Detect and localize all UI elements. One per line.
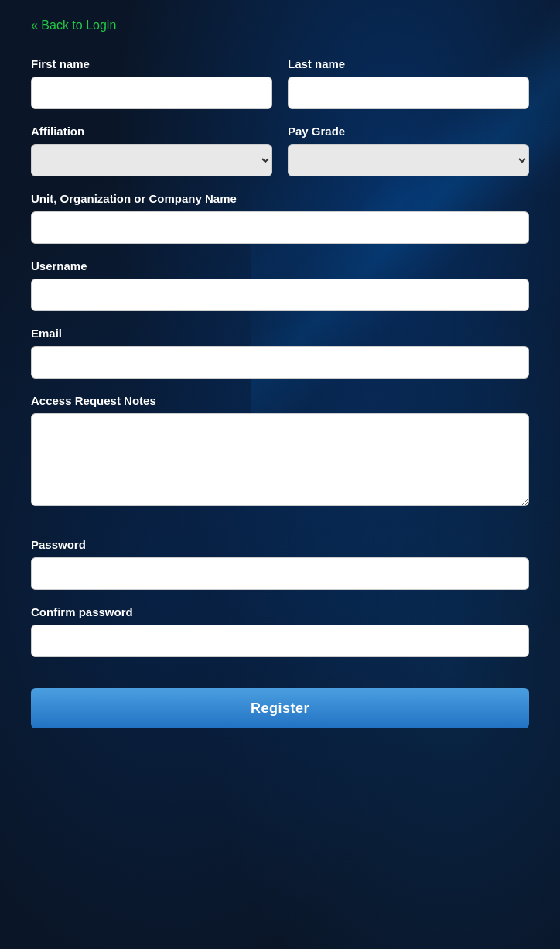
email-input[interactable] bbox=[31, 346, 529, 379]
email-group: Email bbox=[31, 327, 529, 379]
affiliation-row: Affiliation Military Government Contract… bbox=[31, 125, 529, 176]
username-input[interactable] bbox=[31, 279, 529, 311]
affiliation-group: Affiliation Military Government Contract… bbox=[31, 125, 272, 176]
last-name-group: Last name bbox=[288, 57, 529, 109]
confirm-password-label: Confirm password bbox=[31, 605, 529, 618]
unit-org-input[interactable] bbox=[31, 211, 529, 244]
pay-grade-label: Pay Grade bbox=[288, 125, 529, 138]
affiliation-label: Affiliation bbox=[31, 125, 272, 138]
username-label: Username bbox=[31, 259, 529, 272]
email-label: Email bbox=[31, 327, 529, 340]
password-label: Password bbox=[31, 538, 529, 551]
access-notes-textarea[interactable] bbox=[31, 413, 529, 506]
pay-grade-select[interactable]: E1 E5 E9 O1 O5 O10 W1 GS-13 bbox=[288, 144, 529, 176]
name-row: First name Last name bbox=[31, 57, 529, 109]
access-notes-group: Access Request Notes bbox=[31, 394, 529, 506]
register-button[interactable]: Register bbox=[31, 688, 529, 728]
confirm-password-group: Confirm password bbox=[31, 605, 529, 657]
last-name-input[interactable] bbox=[288, 77, 529, 109]
password-group: Password bbox=[31, 538, 529, 590]
username-group: Username bbox=[31, 259, 529, 311]
unit-org-label: Unit, Organization or Company Name bbox=[31, 192, 529, 205]
pay-grade-group: Pay Grade E1 E5 E9 O1 O5 O10 W1 GS-13 bbox=[288, 125, 529, 176]
confirm-password-input[interactable] bbox=[31, 625, 529, 657]
access-notes-label: Access Request Notes bbox=[31, 394, 529, 407]
password-input[interactable] bbox=[31, 557, 529, 590]
section-divider bbox=[31, 522, 529, 522]
last-name-label: Last name bbox=[288, 57, 529, 70]
unit-org-group: Unit, Organization or Company Name bbox=[31, 192, 529, 244]
first-name-group: First name bbox=[31, 57, 272, 109]
first-name-label: First name bbox=[31, 57, 272, 70]
affiliation-select[interactable]: Military Government Contractor Academic … bbox=[31, 144, 272, 176]
first-name-input[interactable] bbox=[31, 77, 272, 109]
back-to-login-link[interactable]: « Back to Login bbox=[31, 19, 116, 33]
